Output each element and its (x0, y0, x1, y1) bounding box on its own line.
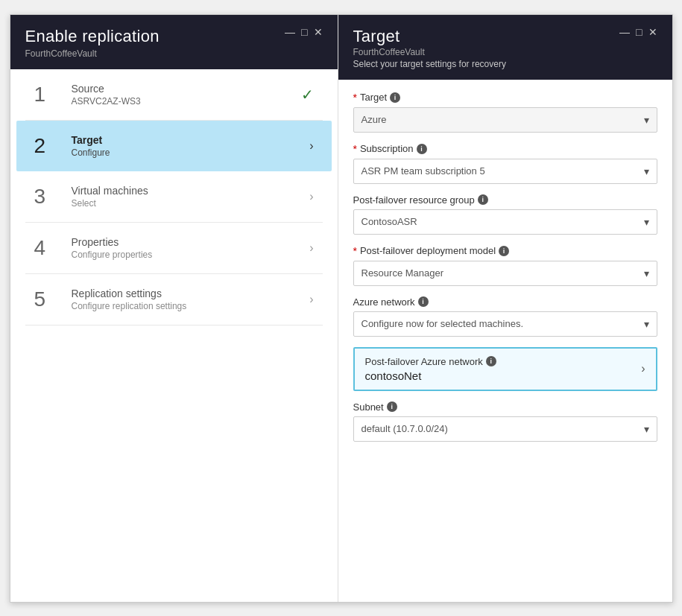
step-5-chevron-icon: › (309, 293, 313, 306)
subscription-label: * Subscription i (353, 143, 657, 155)
subnet-select[interactable]: default (10.7.0.0/24) ▾ (353, 416, 657, 442)
subscription-info-icon[interactable]: i (417, 144, 427, 154)
left-close-button[interactable]: ✕ (314, 27, 323, 37)
step-2-sub: Configure (72, 147, 310, 158)
step-3-sub: Select (72, 198, 310, 209)
left-vault-name: FourthCoffeeVault (25, 48, 323, 59)
step-5-info: Replication settings Configure replicati… (72, 288, 310, 311)
subscription-chevron-down-icon: ▾ (644, 165, 649, 177)
target-chevron-down-icon: ▾ (644, 114, 649, 126)
left-window-controls: — □ ✕ (285, 27, 322, 37)
subnet-chevron-down-icon: ▾ (644, 423, 649, 435)
subscription-field-group: * Subscription i ASR PM team subscriptio… (353, 143, 657, 184)
right-window-controls: — □ ✕ (619, 27, 657, 37)
resource-group-select[interactable]: ContosoASR ▾ (353, 209, 657, 235)
resource-group-select-value: ContosoASR (361, 216, 417, 227)
main-container: Enable replication — □ ✕ FourthCoffeeVau… (10, 14, 673, 603)
post-failover-network-box[interactable]: Post-failover Azure network i contosoNet… (353, 347, 657, 391)
right-maximize-button[interactable]: □ (636, 27, 642, 37)
azure-network-field-group: Azure network i Configure now for select… (353, 296, 657, 337)
subnet-info-icon[interactable]: i (387, 401, 397, 412)
subnet-field-group: Subnet i default (10.7.0.0/24) ▾ (353, 401, 657, 442)
left-header: Enable replication — □ ✕ FourthCoffeeVau… (10, 15, 338, 69)
step-3[interactable]: 3 Virtual machines Select › (25, 171, 323, 223)
post-failover-network-label: Post-failover Azure network i (365, 356, 496, 367)
step-1-label: Source (72, 83, 301, 95)
step-3-chevron-icon: › (309, 190, 313, 203)
step-3-label: Virtual machines (72, 185, 310, 197)
step-1-sub: ASRVC2AZ-WS3 (72, 96, 301, 107)
deployment-model-select-value: Resource Manager (361, 267, 444, 279)
deployment-info-icon[interactable]: i (499, 246, 509, 256)
step-5-sub: Configure replication settings (72, 301, 310, 311)
right-title: Target (353, 27, 400, 46)
step-1-number: 1 (34, 83, 61, 107)
deployment-model-label: * Post-failover deployment model i (353, 245, 657, 257)
step-2-info: Target Configure (72, 134, 310, 158)
deployment-chevron-down-icon: ▾ (644, 267, 649, 279)
subscription-required-star: * (353, 143, 357, 155)
post-failover-network-content: Post-failover Azure network i contosoNet (365, 356, 496, 382)
subscription-select[interactable]: ASR PM team subscription 5 ▾ (353, 159, 657, 184)
step-4-info: Properties Configure properties (72, 236, 310, 260)
step-1-info: Source ASRVC2AZ-WS3 (72, 83, 301, 107)
right-description: Select your target settings for recovery (353, 59, 657, 69)
left-body: 1 Source ASRVC2AZ-WS3 ✓ 2 Target Configu… (10, 69, 338, 602)
post-failover-network-value: contosoNet (365, 369, 496, 382)
deployment-model-field-group: * Post-failover deployment model i Resou… (353, 245, 657, 286)
right-body: * Target i Azure ▾ * Subscription i ASR … (338, 80, 672, 602)
resource-group-info-icon[interactable]: i (478, 194, 488, 205)
post-failover-network-chevron-icon: › (641, 362, 645, 375)
step-2[interactable]: 2 Target Configure › (16, 121, 332, 171)
step-3-number: 3 (34, 185, 61, 209)
resource-group-field-group: Post-failover resource group i ContosoAS… (353, 194, 657, 235)
left-panel: Enable replication — □ ✕ FourthCoffeeVau… (10, 15, 338, 602)
step-2-number: 2 (34, 134, 61, 158)
step-5-label: Replication settings (72, 288, 310, 299)
deployment-required-star: * (353, 245, 357, 257)
target-info-icon[interactable]: i (390, 92, 400, 103)
target-select[interactable]: Azure ▾ (353, 107, 657, 133)
step-5-number: 5 (34, 288, 61, 311)
subscription-select-value: ASR PM team subscription 5 (361, 165, 485, 177)
step-2-label: Target (72, 134, 310, 146)
azure-network-info-icon[interactable]: i (418, 296, 429, 307)
azure-network-chevron-down-icon: ▾ (644, 318, 649, 330)
step-5[interactable]: 5 Replication settings Configure replica… (25, 274, 323, 326)
subnet-label: Subnet i (353, 401, 657, 413)
post-failover-network-info-icon[interactable]: i (486, 356, 496, 366)
step-3-info: Virtual machines Select (72, 185, 310, 209)
left-title: Enable replication (25, 27, 160, 46)
left-minimize-button[interactable]: — (285, 27, 295, 37)
right-close-button[interactable]: ✕ (648, 27, 657, 37)
step-4-sub: Configure properties (72, 250, 310, 260)
right-minimize-button[interactable]: — (619, 27, 630, 37)
step-2-chevron-icon: › (309, 139, 313, 153)
azure-network-select-value: Configure now for selected machines. (361, 318, 524, 329)
resource-group-label: Post-failover resource group i (353, 194, 657, 206)
right-header: Target — □ ✕ FourthCoffeeVault Select yo… (338, 15, 672, 80)
step-4-number: 4 (34, 236, 61, 260)
subnet-select-value: default (10.7.0.0/24) (361, 423, 448, 434)
step-4-label: Properties (72, 236, 310, 248)
left-maximize-button[interactable]: □ (301, 27, 307, 37)
target-label: * Target i (353, 92, 657, 104)
checkmark-icon: ✓ (301, 86, 314, 104)
target-select-value: Azure (361, 114, 387, 125)
target-required-star: * (353, 92, 357, 104)
right-vault-name: FourthCoffeeVault (353, 47, 657, 57)
deployment-model-select[interactable]: Resource Manager ▾ (353, 261, 657, 286)
right-panel: Target — □ ✕ FourthCoffeeVault Select yo… (338, 15, 672, 602)
azure-network-select[interactable]: Configure now for selected machines. ▾ (353, 311, 657, 337)
step-4[interactable]: 4 Properties Configure properties › (25, 223, 323, 274)
target-field-group: * Target i Azure ▾ (353, 92, 657, 133)
step-4-chevron-icon: › (309, 241, 313, 255)
azure-network-label: Azure network i (353, 296, 657, 308)
resource-group-chevron-down-icon: ▾ (644, 216, 649, 228)
step-1[interactable]: 1 Source ASRVC2AZ-WS3 ✓ (25, 69, 323, 121)
